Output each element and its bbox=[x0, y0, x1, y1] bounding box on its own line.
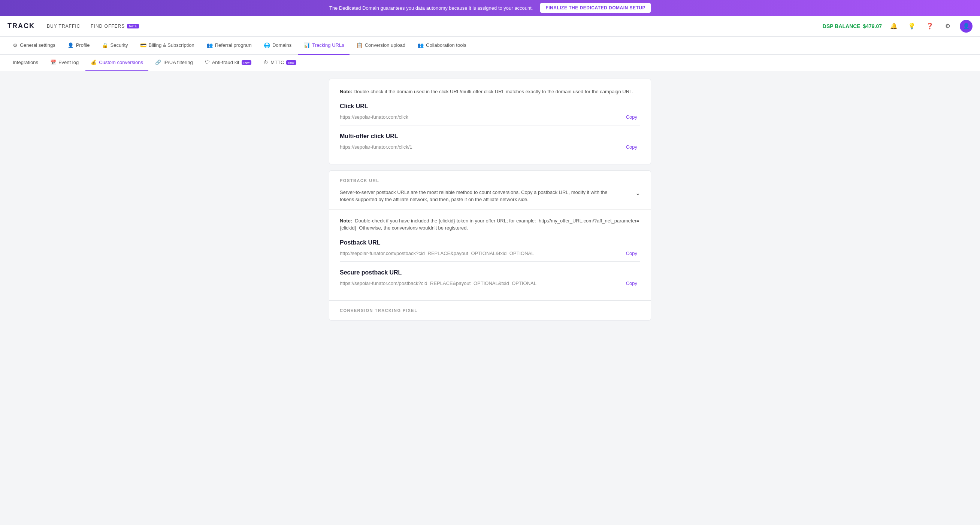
sub-nav-integrations-label: Integrations bbox=[13, 60, 38, 65]
avatar[interactable]: 👤 bbox=[960, 20, 972, 33]
settings-nav-referral[interactable]: 👥 Referral program bbox=[201, 37, 257, 55]
postback-note-text: Double-check if you have included the {c… bbox=[355, 218, 536, 224]
click-url-note: Note: Double-check if the domain used in… bbox=[340, 88, 640, 95]
chevron-down-icon: ⌄ bbox=[635, 189, 640, 197]
settings-nav-profile[interactable]: 👤 Profile bbox=[62, 37, 95, 55]
mttc-icon: ⏱ bbox=[263, 60, 268, 65]
sub-nav: Integrations 📅 Event log 💰 Custom conver… bbox=[0, 55, 980, 71]
billing-icon: 💳 bbox=[140, 42, 146, 48]
settings-nav-collaboration[interactable]: 👥 Collaboration tools bbox=[412, 37, 472, 55]
finalize-button[interactable]: FINALIZE THE DEDICATED DOMAIN SETUP bbox=[540, 3, 651, 13]
collaboration-icon: 👥 bbox=[417, 42, 424, 48]
settings-nav-tracking-label: Tracking URLs bbox=[312, 42, 344, 48]
beta-badge: beta bbox=[127, 24, 139, 29]
mttc-new-badge: new bbox=[286, 60, 296, 65]
sub-nav-anti-fraud-label: Anti-fraud kit bbox=[212, 60, 239, 65]
settings-nav-profile-label: Profile bbox=[76, 42, 90, 48]
logo[interactable]: TRACK bbox=[8, 22, 35, 30]
note-content: Double-check if the domain used in the c… bbox=[354, 89, 633, 94]
click-url-label: Click URL bbox=[340, 103, 640, 110]
settings-nav-conversion-upload[interactable]: 📋 Conversion upload bbox=[351, 37, 410, 55]
sub-nav-mttc[interactable]: ⏱ MTTC new bbox=[258, 55, 302, 71]
click-url-copy-button[interactable]: Copy bbox=[623, 113, 640, 121]
general-icon: ⚙ bbox=[13, 42, 18, 48]
profile-icon: 👤 bbox=[67, 42, 74, 48]
click-url-value: https://sepolar-funator.com/click bbox=[340, 114, 623, 120]
postback-copy-button[interactable]: Copy bbox=[623, 250, 640, 257]
secure-postback-section: Secure postback URL https://sepolar-funa… bbox=[340, 269, 640, 291]
sub-nav-custom-conversions[interactable]: 💰 Custom conversions bbox=[86, 55, 148, 71]
sub-nav-integrations[interactable]: Integrations bbox=[8, 55, 43, 71]
nav-links: BUY TRAFFIC FIND OFFERS beta bbox=[47, 24, 811, 29]
settings-nav-billing-label: Billing & Subscription bbox=[149, 42, 194, 48]
custom-conversions-icon: 💰 bbox=[91, 60, 97, 65]
main-content: Note: Double-check if the domain used in… bbox=[321, 71, 659, 334]
settings-nav-conversion-label: Conversion upload bbox=[365, 42, 405, 48]
settings-nav-general[interactable]: ⚙ General settings bbox=[8, 37, 61, 55]
postback-note-prefix: Note: bbox=[340, 218, 352, 224]
postback-url-value: http://sepolar-funator.com/postback?cid=… bbox=[340, 251, 623, 256]
nav-right: DSP BALANCE $479.07 🔔 💡 ❓ ⚙ 👤 bbox=[822, 20, 972, 33]
secure-postback-copy-button[interactable]: Copy bbox=[623, 280, 640, 287]
sub-nav-custom-conversions-label: Custom conversions bbox=[99, 60, 143, 65]
settings-nav-tracking-urls[interactable]: 📊 Tracking URLs bbox=[298, 37, 349, 55]
sub-nav-anti-fraud[interactable]: 🛡 Anti-fraud kit new bbox=[200, 55, 257, 71]
settings-nav-security-label: Security bbox=[110, 42, 128, 48]
settings-nav: ⚙ General settings 👤 Profile 🔒 Security … bbox=[0, 37, 980, 55]
nav-buy-traffic[interactable]: BUY TRAFFIC bbox=[47, 24, 80, 29]
anti-fraud-new-badge: new bbox=[242, 60, 252, 65]
sub-nav-ip-ua[interactable]: 🔗 IP/UA filtering bbox=[150, 55, 198, 71]
main-nav: TRACK BUY TRAFFIC FIND OFFERS beta DSP B… bbox=[0, 16, 980, 37]
postback-note-suffix: Otherwise, the conversions wouldn't be r… bbox=[359, 225, 468, 231]
nav-find-offers[interactable]: FIND OFFERS beta bbox=[91, 24, 139, 29]
tracking-icon: 📊 bbox=[304, 42, 310, 48]
settings-nav-collaboration-label: Collaboration tools bbox=[426, 42, 466, 48]
click-url-card: Note: Double-check if the domain used in… bbox=[329, 79, 651, 164]
settings-nav-security[interactable]: 🔒 Security bbox=[97, 37, 134, 55]
settings-nav-billing[interactable]: 💳 Billing & Subscription bbox=[135, 37, 200, 55]
settings-nav-domains[interactable]: 🌐 Domains bbox=[258, 37, 297, 55]
multi-offer-url-value: https://sepolar-funator.com/click/1 bbox=[340, 144, 623, 150]
lightbulb-icon[interactable]: 💡 bbox=[906, 20, 918, 32]
referral-icon: 👥 bbox=[207, 42, 213, 48]
top-banner: The Dedicated Domain guarantees you data… bbox=[0, 0, 980, 16]
event-log-icon: 📅 bbox=[50, 60, 56, 65]
sub-nav-event-log[interactable]: 📅 Event log bbox=[45, 55, 84, 71]
notifications-icon[interactable]: 🔔 bbox=[888, 20, 900, 32]
postback-info-row[interactable]: Server-to-server postback URLs are the m… bbox=[329, 183, 651, 210]
settings-nav-referral-label: Referral program bbox=[215, 42, 252, 48]
domains-icon: 🌐 bbox=[264, 42, 270, 48]
postback-info-text: Server-to-server postback URLs are the m… bbox=[340, 189, 610, 203]
dsp-balance: DSP BALANCE $479.07 bbox=[822, 23, 882, 29]
postback-url-section: Postback URL http://sepolar-funator.com/… bbox=[340, 239, 640, 262]
sub-nav-mttc-label: MTTC bbox=[270, 60, 284, 65]
postback-note: Note: Double-check if you have included … bbox=[340, 217, 640, 232]
settings-nav-domains-label: Domains bbox=[272, 42, 291, 48]
sub-nav-ip-ua-label: IP/UA filtering bbox=[163, 60, 193, 65]
postback-section-title: POSTBACK URL bbox=[329, 171, 651, 183]
note-prefix: Note: bbox=[340, 89, 352, 94]
postback-url-row: http://sepolar-funator.com/postback?cid=… bbox=[340, 250, 640, 262]
conversion-upload-icon: 📋 bbox=[356, 42, 363, 48]
conversion-tracking-title: CONVERSION TRACKING PIXEL bbox=[329, 301, 651, 312]
ip-ua-icon: 🔗 bbox=[155, 60, 161, 65]
sub-nav-event-log-label: Event log bbox=[59, 60, 79, 65]
postback-body: Note: Double-check if you have included … bbox=[329, 210, 651, 300]
postback-url-label: Postback URL bbox=[340, 239, 640, 246]
click-url-row: https://sepolar-funator.com/click Copy bbox=[340, 113, 640, 125]
secure-postback-row: https://sepolar-funator.com/postback?cid… bbox=[340, 280, 640, 291]
multi-offer-label: Multi-offer click URL bbox=[340, 133, 640, 140]
settings-nav-general-label: General settings bbox=[20, 42, 56, 48]
settings-icon[interactable]: ⚙ bbox=[942, 20, 954, 32]
click-url-section: Click URL https://sepolar-funator.com/cl… bbox=[340, 103, 640, 125]
multi-offer-url-row: https://sepolar-funator.com/click/1 Copy bbox=[340, 143, 640, 155]
multi-offer-copy-button[interactable]: Copy bbox=[623, 143, 640, 151]
multi-offer-click-url-section: Multi-offer click URL https://sepolar-fu… bbox=[340, 133, 640, 155]
postback-url-card: POSTBACK URL Server-to-server postback U… bbox=[329, 170, 651, 320]
secure-postback-value: https://sepolar-funator.com/postback?cid… bbox=[340, 281, 623, 286]
security-icon: 🔒 bbox=[102, 42, 108, 48]
banner-text: The Dedicated Domain guarantees you data… bbox=[329, 5, 533, 11]
secure-postback-label: Secure postback URL bbox=[340, 269, 640, 276]
anti-fraud-icon: 🛡 bbox=[205, 60, 210, 65]
help-icon[interactable]: ❓ bbox=[924, 20, 936, 32]
